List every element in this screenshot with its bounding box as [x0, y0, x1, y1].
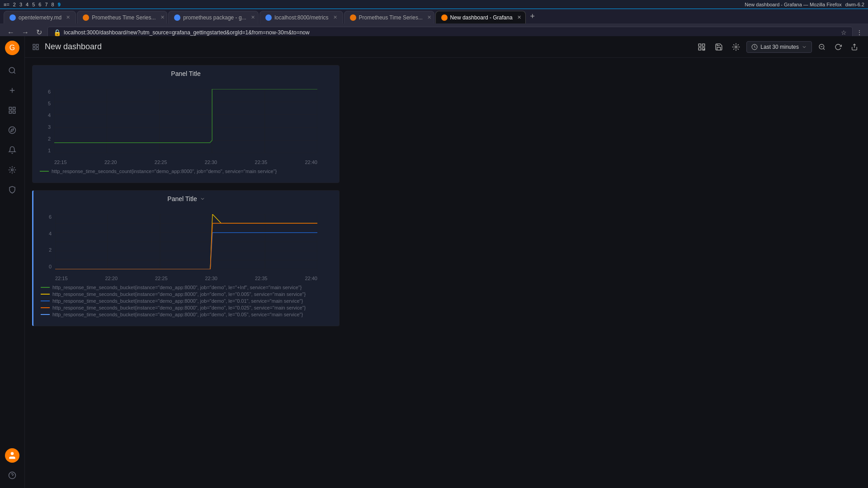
panel-2-legend-item-1: http_response_time_seconds_bucket{instan… — [41, 285, 332, 290]
y-label-2: 2 — [48, 136, 51, 141]
tab-label-localhost: localhost:8000/metrics — [274, 14, 328, 21]
panel-2-legend-label-5: http_response_time_seconds_bucket{instan… — [52, 312, 303, 317]
panel-2-title-text: Panel Title — [167, 195, 197, 202]
os-workspace-8[interactable]: 8 — [52, 2, 54, 7]
x-label-2240: 22:40 — [305, 160, 317, 165]
svg-point-13 — [11, 452, 14, 455]
add-panel-button[interactable] — [695, 40, 708, 54]
tab-prometheus-ts[interactable]: Prometheus Time Series... ✕ — [77, 11, 167, 23]
panel2-x-2225: 22:25 — [155, 276, 168, 281]
sidebar-item-explore[interactable] — [3, 121, 21, 139]
dashboard-title-text: New dashboard — [45, 42, 102, 52]
panel-2-y-axis: 6 4 2 0 — [37, 214, 53, 269]
refresh-button[interactable] — [832, 41, 844, 53]
os-workspace-4[interactable]: 4 — [26, 2, 28, 7]
tab-favicon-prometheus-pkg — [174, 14, 180, 21]
tab-favicon-prometheus-ts2 — [350, 14, 356, 21]
chevron-down-icon — [802, 44, 807, 50]
share-button[interactable] — [848, 41, 861, 53]
tab-new-dashboard[interactable]: New dashboard - Grafana ✕ — [435, 11, 526, 23]
user-avatar[interactable] — [5, 448, 19, 463]
tab-prometheus-pkg[interactable]: prometheus package - g... ✕ — [168, 11, 259, 23]
tab-close-prometheus-ts2[interactable]: ✕ — [427, 14, 431, 20]
svg-rect-20 — [699, 44, 701, 46]
panel-2: Panel Title 6 4 2 — [32, 190, 340, 326]
svg-line-3 — [14, 72, 15, 73]
star-icon[interactable]: ☆ — [841, 29, 847, 36]
browser-menu-icon[interactable]: ⋮ — [856, 29, 863, 36]
svg-point-26 — [735, 46, 737, 48]
tab-localhost-metrics[interactable]: localhost:8000/metrics ✕ — [259, 11, 343, 23]
panel-1-body: 6 5 4 3 2 1 — [33, 82, 339, 183]
svg-rect-7 — [13, 107, 15, 109]
x-label-2235: 22:35 — [255, 160, 268, 165]
x-label-2230: 22:30 — [205, 160, 217, 165]
panel-2-legend-color-4 — [41, 307, 50, 308]
sidebar-item-help[interactable] — [3, 466, 21, 484]
grafana-app: G — [0, 36, 868, 488]
zoom-out-button[interactable] — [816, 41, 828, 53]
sidebar-item-alerting[interactable] — [3, 141, 21, 159]
svg-rect-16 — [33, 44, 35, 47]
panel2-x-2240: 22:40 — [305, 276, 317, 281]
tab-bar: opentelemetry.md ✕ Prometheus Time Serie… — [0, 9, 868, 23]
panel-1-legend-label: http_response_time_seconds_count{instanc… — [52, 169, 277, 174]
main-content: New dashboard — [25, 36, 868, 488]
panel-2-legend-color-1 — [41, 287, 50, 288]
panel-1-legend: http_response_time_seconds_count{instanc… — [36, 167, 335, 179]
os-bar-left: ≡= 2 3 4 5 6 7 8 9 — [4, 2, 61, 7]
panel-2-chart-area: 6 4 2 0 — [37, 211, 335, 283]
svg-marker-11 — [11, 129, 14, 131]
sidebar: G — [0, 36, 25, 488]
tab-close-localhost[interactable]: ✕ — [333, 14, 337, 20]
tab-prometheus-ts2[interactable]: Prometheus Time Series... ✕ — [344, 11, 434, 23]
panel-2-title[interactable]: Panel Title — [33, 191, 339, 207]
time-range-picker[interactable]: Last 30 minutes — [746, 41, 812, 53]
dashboard-title: New dashboard — [45, 42, 102, 52]
tab-close-prometheus-ts[interactable]: ✕ — [160, 14, 165, 20]
svg-rect-19 — [36, 47, 38, 50]
tab-favicon-prometheus-ts — [83, 14, 89, 21]
svg-rect-22 — [699, 47, 701, 50]
sidebar-item-config[interactable] — [3, 161, 21, 179]
dashboard-topbar: New dashboard — [25, 36, 868, 58]
os-workspace-3[interactable]: 3 — [19, 2, 22, 7]
sidebar-item-create[interactable] — [3, 81, 21, 99]
os-workspace-indicator: ≡= — [4, 2, 9, 7]
tab-opentelemetry[interactable]: opentelemetry.md ✕ — [4, 11, 76, 23]
os-workspace-7[interactable]: 7 — [45, 2, 47, 7]
tab-close-opentelemetry[interactable]: ✕ — [66, 14, 70, 20]
y-label-5: 5 — [48, 101, 51, 106]
new-tab-button[interactable]: + — [527, 12, 539, 21]
grafana-logo[interactable]: G — [4, 40, 20, 56]
os-workspace-2[interactable]: 2 — [13, 2, 16, 7]
save-dashboard-button[interactable] — [712, 40, 726, 54]
svg-rect-6 — [9, 107, 11, 109]
panel-2-body: 6 4 2 0 — [33, 207, 339, 326]
lock-icon: 🔒 — [53, 29, 61, 36]
svg-rect-9 — [13, 111, 15, 113]
svg-rect-8 — [9, 111, 11, 113]
tab-close-grafana[interactable]: ✕ — [517, 14, 521, 20]
panel-2-chevron-icon[interactable] — [200, 196, 205, 202]
y-label-1: 1 — [48, 148, 51, 153]
panel-2-svg — [55, 214, 317, 269]
panel-2-legend-label-1: http_response_time_seconds_bucket{instan… — [52, 285, 302, 290]
panel-2-legend-item-2: http_response_time_seconds_bucket{instan… — [41, 291, 332, 297]
tab-close-prometheus-pkg[interactable]: ✕ — [251, 14, 255, 20]
sidebar-item-search[interactable] — [3, 61, 21, 80]
y-label-6: 6 — [48, 89, 51, 94]
browser-nav-right: ⋮ — [856, 29, 863, 36]
browser-chrome: opentelemetry.md ✕ Prometheus Time Serie… — [0, 9, 868, 36]
dashboard-settings-button[interactable] — [729, 40, 743, 54]
os-workspace-6[interactable]: 6 — [38, 2, 41, 7]
os-workspace-5[interactable]: 5 — [32, 2, 35, 7]
os-workspace-9-active[interactable]: 9 — [58, 2, 61, 7]
zoom-out-icon — [818, 43, 826, 51]
panel2-x-2230: 22:30 — [205, 276, 217, 281]
panel-2-legend-label-3: http_response_time_seconds_bucket{instan… — [52, 298, 303, 304]
sidebar-item-dashboards[interactable] — [3, 101, 21, 119]
svg-rect-17 — [36, 44, 38, 47]
sidebar-item-admin[interactable] — [3, 181, 21, 199]
os-wm-label: dwm-6.2 — [845, 2, 864, 7]
